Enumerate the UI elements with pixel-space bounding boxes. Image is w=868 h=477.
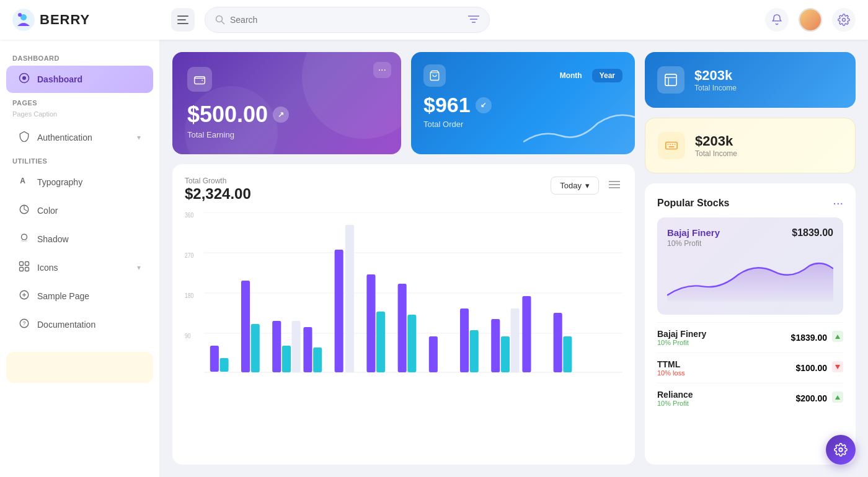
main-layout: Dashboard Dashboard Pages Pages Caption … [0,40,868,477]
card-income-yellow: $203k Total Income [645,118,856,173]
authentication-label: Authentication [37,133,92,142]
toggle-year-button[interactable]: Year [592,69,622,82]
svg-text:90: 90 [185,332,191,339]
sidebar-item-color[interactable]: Color [6,197,153,224]
svg-rect-65 [665,74,676,85]
typography-icon: A [19,175,30,189]
sidebar-section-pages: Pages [0,94,159,109]
notification-button[interactable] [765,8,789,32]
stock-row-bajaj: Bajaj Finery 10% Profit $1839.00 [657,322,843,352]
dashboard-icon [19,72,30,86]
sidebar-item-authentication[interactable]: Authentication ▾ [6,124,153,151]
color-icon [19,204,30,217]
income-yellow-icon-box [658,132,685,159]
svg-rect-52 [366,274,375,372]
stock-row-ttml: TTML 10% loss $100.00 [657,352,843,383]
order-wave [523,105,635,154]
search-input[interactable] [230,15,463,25]
stock-row-reliance: Reliance 10% Profit $200.00 [657,383,843,413]
sidebar-item-dashboard[interactable]: Dashboard [6,66,153,93]
sidebar-section-utilities: Utilities [0,152,159,167]
bell-icon [771,14,783,26]
svg-rect-19 [25,262,29,266]
svg-point-2 [18,13,22,17]
sidebar-item-typography[interactable]: A Typography [6,168,153,196]
chart-svg: 360 270 180 90 [185,212,622,374]
search-filter-button[interactable] [468,15,479,25]
svg-text:360: 360 [185,212,194,219]
svg-rect-68 [666,142,677,149]
chart-amount: $2,324.00 [185,185,251,203]
shopping-icon [429,70,440,81]
avatar[interactable] [799,8,822,32]
icons-chevron: ▾ [137,263,141,272]
stocks-title: Popular Stocks [657,198,729,209]
stock-ttml-name: TTML [657,359,685,369]
earning-label: Total Earning [187,130,386,139]
top-cards: ··· $500.00 ↗ Total Earning [172,52,635,154]
svg-rect-61 [511,309,520,372]
svg-rect-64 [563,336,572,372]
sidebar-item-shadow[interactable]: Shadow [6,225,153,253]
sidebar-pages-caption: Pages Caption [0,109,159,123]
content: ··· $500.00 ↗ Total Earning [160,40,868,477]
toggle-month-button[interactable]: Month [552,69,590,82]
income-blue-label: Total Income [694,84,737,92]
documentation-icon: ? [19,318,30,331]
stock-ttml-profit: 10% loss [657,369,685,377]
svg-rect-44 [251,324,260,372]
menu-lines-icon [609,180,620,189]
svg-rect-56 [429,336,438,372]
svg-rect-54 [398,284,407,372]
income-blue-amount: $203k [694,68,737,84]
sidebar-item-documentation[interactable]: ? Documentation [6,311,153,338]
stock-featured: Bajaj Finery 10% Profit $1839.00 [657,217,843,315]
svg-rect-58 [470,330,479,372]
fab-gear-icon [834,443,848,457]
svg-rect-57 [460,309,469,372]
stock-bajaj-price: $1839.00 [791,333,827,343]
svg-rect-5 [177,23,188,24]
stock-bajaj-trend-icon [832,331,843,345]
svg-rect-4 [177,19,186,20]
search-icon [215,15,225,25]
svg-rect-48 [303,327,312,372]
stocks-more-button[interactable]: ··· [833,196,843,210]
stock-ttml-trend-icon [832,361,843,375]
earning-icon-box [187,67,212,92]
income-blue-icon-box [657,66,684,94]
stock-wave-chart [667,253,833,302]
featured-stock-profit: 10% Profit [667,239,720,248]
svg-text:270: 270 [185,252,194,259]
sidebar-item-icons[interactable]: Icons ▾ [6,254,153,281]
stock-bajaj-name: Bajaj Finery [657,329,706,339]
dashboard-label: Dashboard [37,74,82,84]
typography-label: Typography [37,177,82,187]
authentication-chevron: ▾ [137,133,141,142]
filter-icon [468,15,479,24]
svg-rect-59 [491,319,500,372]
svg-point-77 [839,448,843,452]
fab-button[interactable] [826,435,856,465]
svg-rect-18 [20,262,24,266]
stock-ttml-price: $100.00 [795,363,827,373]
svg-point-13 [22,76,26,80]
table-icon [664,73,678,87]
header: BERRY [0,0,868,40]
hamburger-button[interactable] [171,8,195,32]
header-right [765,8,856,32]
stock-bajaj-profit: 10% Profit [657,339,706,346]
documentation-label: Documentation [37,320,95,330]
today-filter-button[interactable]: Today ▾ [551,177,599,195]
svg-rect-43 [241,281,250,372]
chart-menu-button[interactable] [606,177,622,195]
svg-rect-41 [210,346,219,372]
icons-icon [19,261,30,274]
settings-button[interactable] [832,8,856,32]
sidebar-section-dashboard: Dashboard [0,50,159,64]
svg-rect-63 [554,313,562,372]
earning-more-button[interactable]: ··· [373,62,391,78]
svg-point-6 [216,16,223,22]
sidebar-item-sample-page[interactable]: Sample Page [6,282,153,310]
svg-rect-42 [219,358,228,372]
